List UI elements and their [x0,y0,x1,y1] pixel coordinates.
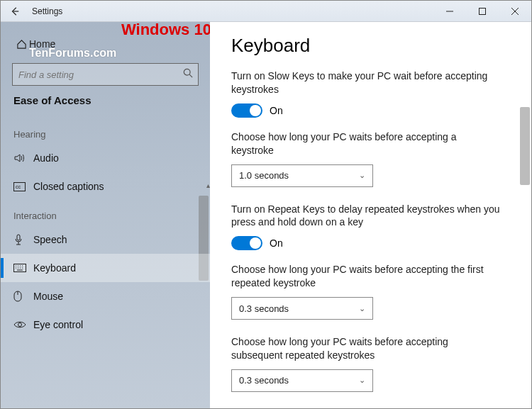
repeat-first-select[interactable]: 0.3 seconds ⌄ [231,297,373,320]
window-body: Windows 10 only TenForums.com Home Ease … [1,22,531,408]
chevron-down-icon: ⌄ [359,171,365,180]
keyboard-icon [13,264,33,272]
chevron-down-icon: ⌄ [359,376,365,385]
sidebar-nav: ▴ Hearing Audio cc Closed captions Inter… [1,111,210,408]
nav-label: Speech [33,234,67,245]
nav-label: Keyboard [33,262,76,274]
maximize-icon [479,8,486,15]
window-controls [433,1,531,22]
page-title: Keyboard [231,35,510,57]
main-content: Keyboard Turn on Slow Keys to make your … [210,22,531,408]
nav-eye-control[interactable]: Eye control [1,310,210,339]
repeat-keys-toggle-row: On [231,236,510,250]
slow-keys-state: On [270,105,283,116]
close-button[interactable] [499,1,531,22]
titlebar: Settings [1,1,531,22]
speaker-icon [13,152,33,164]
home-icon [13,39,29,50]
search-icon [183,68,193,78]
settings-window: Settings Windows 10 only TenForums.com H… [0,0,532,409]
main-scrollbar-thumb[interactable] [520,107,530,185]
maximize-button[interactable] [466,1,499,22]
cc-icon: cc [13,182,33,191]
repeat-subsequent-select[interactable]: 0.3 seconds ⌄ [231,369,373,392]
nav-keyboard[interactable]: Keyboard [1,254,210,282]
minimize-button[interactable] [433,1,466,22]
repeat-keys-description: Turn on Repeat Keys to delay repeated ke… [231,203,501,230]
combo-value: 0.3 seconds [239,375,289,386]
mic-icon [13,234,33,245]
mouse-icon [13,291,33,302]
window-title: Settings [29,6,62,16]
slow-keys-delay-select[interactable]: 1.0 seconds ⌄ [231,164,373,187]
combo-value: 1.0 seconds [239,170,289,181]
eye-icon [13,320,33,329]
nav-label: Audio [33,152,59,164]
nav-home[interactable]: Home [1,32,210,56]
main-panel: Keyboard Turn on Slow Keys to make your … [210,22,531,408]
slow-keys-delay-label: Choose how long your PC waits before acc… [231,130,501,157]
nav-speech[interactable]: Speech [1,225,210,254]
group-hearing: Hearing [1,129,210,140]
main-scrollbar[interactable] [520,57,530,380]
repeat-subsequent-label: Choose how long your PC waits before acc… [231,335,501,362]
close-icon [511,8,519,15]
nav-label: Closed captions [33,181,104,192]
nav-audio[interactable]: Audio [1,144,210,172]
svg-text:cc: cc [16,184,21,189]
arrow-left-icon [10,6,20,16]
search-box[interactable] [12,63,199,86]
slow-keys-toggle-row: On [231,103,510,118]
nav-closed-captions[interactable]: cc Closed captions [1,172,210,201]
svg-rect-4 [17,235,20,240]
repeat-first-label: Choose how long your PC waits before acc… [231,263,501,290]
search-input[interactable] [12,63,199,86]
repeat-keys-state: On [270,237,283,249]
svg-rect-0 [480,8,486,14]
repeat-keys-toggle[interactable] [231,236,262,250]
nav-label: Mouse [33,291,63,302]
slow-keys-toggle[interactable] [231,103,262,118]
sidebar: Windows 10 only TenForums.com Home Ease … [1,22,210,408]
group-interaction: Interaction [1,211,210,221]
minimize-icon [446,8,453,15]
nav-mouse[interactable]: Mouse [1,282,210,310]
svg-point-1 [184,69,190,75]
nav-home-label: Home [29,38,55,50]
back-button[interactable] [1,1,29,22]
svg-point-7 [18,323,22,327]
slow-keys-description: Turn on Slow Keys to make your PC wait b… [231,69,501,96]
category-title: Ease of Access [1,94,210,106]
combo-value: 0.3 seconds [239,303,289,314]
nav-label: Eye control [33,319,83,330]
chevron-down-icon: ⌄ [359,304,365,313]
